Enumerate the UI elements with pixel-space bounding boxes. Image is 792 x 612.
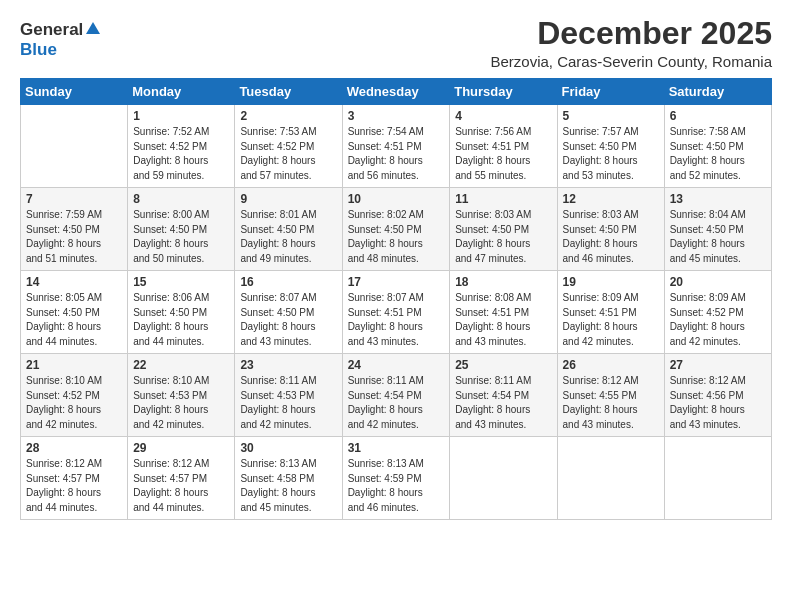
weekday-header: Monday	[128, 79, 235, 105]
day-number: 1	[133, 109, 229, 123]
day-number: 18	[455, 275, 551, 289]
main-title: December 2025	[490, 16, 772, 51]
day-detail: Sunrise: 8:12 AMSunset: 4:57 PMDaylight:…	[133, 457, 229, 515]
day-detail: Sunrise: 8:09 AMSunset: 4:52 PMDaylight:…	[670, 291, 766, 349]
calendar-header-row: SundayMondayTuesdayWednesdayThursdayFrid…	[21, 79, 772, 105]
day-detail: Sunrise: 8:03 AMSunset: 4:50 PMDaylight:…	[455, 208, 551, 266]
calendar-cell: 3Sunrise: 7:54 AMSunset: 4:51 PMDaylight…	[342, 105, 450, 188]
day-detail: Sunrise: 7:53 AMSunset: 4:52 PMDaylight:…	[240, 125, 336, 183]
day-number: 26	[563, 358, 659, 372]
calendar-cell: 10Sunrise: 8:02 AMSunset: 4:50 PMDayligh…	[342, 188, 450, 271]
calendar-cell: 20Sunrise: 8:09 AMSunset: 4:52 PMDayligh…	[664, 271, 771, 354]
calendar-week-row: 7Sunrise: 7:59 AMSunset: 4:50 PMDaylight…	[21, 188, 772, 271]
day-number: 8	[133, 192, 229, 206]
day-detail: Sunrise: 8:09 AMSunset: 4:51 PMDaylight:…	[563, 291, 659, 349]
svg-marker-0	[86, 22, 100, 34]
day-number: 22	[133, 358, 229, 372]
weekday-header: Thursday	[450, 79, 557, 105]
page: General Blue December 2025 Berzovia, Car…	[0, 0, 792, 612]
calendar-cell: 30Sunrise: 8:13 AMSunset: 4:58 PMDayligh…	[235, 437, 342, 520]
day-number: 17	[348, 275, 445, 289]
calendar-cell: 7Sunrise: 7:59 AMSunset: 4:50 PMDaylight…	[21, 188, 128, 271]
day-number: 3	[348, 109, 445, 123]
day-number: 6	[670, 109, 766, 123]
calendar-cell	[557, 437, 664, 520]
day-detail: Sunrise: 8:03 AMSunset: 4:50 PMDaylight:…	[563, 208, 659, 266]
day-number: 27	[670, 358, 766, 372]
logo-icon	[84, 20, 102, 38]
day-detail: Sunrise: 8:12 AMSunset: 4:57 PMDaylight:…	[26, 457, 122, 515]
calendar-cell: 1Sunrise: 7:52 AMSunset: 4:52 PMDaylight…	[128, 105, 235, 188]
weekday-header: Wednesday	[342, 79, 450, 105]
calendar-cell	[21, 105, 128, 188]
calendar-cell: 17Sunrise: 8:07 AMSunset: 4:51 PMDayligh…	[342, 271, 450, 354]
calendar-cell: 18Sunrise: 8:08 AMSunset: 4:51 PMDayligh…	[450, 271, 557, 354]
day-number: 24	[348, 358, 445, 372]
day-number: 10	[348, 192, 445, 206]
calendar-cell: 22Sunrise: 8:10 AMSunset: 4:53 PMDayligh…	[128, 354, 235, 437]
day-number: 29	[133, 441, 229, 455]
calendar-cell: 15Sunrise: 8:06 AMSunset: 4:50 PMDayligh…	[128, 271, 235, 354]
calendar-week-row: 21Sunrise: 8:10 AMSunset: 4:52 PMDayligh…	[21, 354, 772, 437]
day-number: 30	[240, 441, 336, 455]
day-number: 31	[348, 441, 445, 455]
day-number: 25	[455, 358, 551, 372]
day-number: 16	[240, 275, 336, 289]
day-number: 19	[563, 275, 659, 289]
day-detail: Sunrise: 7:59 AMSunset: 4:50 PMDaylight:…	[26, 208, 122, 266]
day-detail: Sunrise: 7:54 AMSunset: 4:51 PMDaylight:…	[348, 125, 445, 183]
day-detail: Sunrise: 8:02 AMSunset: 4:50 PMDaylight:…	[348, 208, 445, 266]
subtitle: Berzovia, Caras-Severin County, Romania	[490, 53, 772, 70]
day-detail: Sunrise: 8:07 AMSunset: 4:50 PMDaylight:…	[240, 291, 336, 349]
day-detail: Sunrise: 8:06 AMSunset: 4:50 PMDaylight:…	[133, 291, 229, 349]
day-number: 11	[455, 192, 551, 206]
day-number: 2	[240, 109, 336, 123]
day-detail: Sunrise: 8:00 AMSunset: 4:50 PMDaylight:…	[133, 208, 229, 266]
day-number: 5	[563, 109, 659, 123]
day-number: 21	[26, 358, 122, 372]
calendar-cell	[450, 437, 557, 520]
calendar-cell: 6Sunrise: 7:58 AMSunset: 4:50 PMDaylight…	[664, 105, 771, 188]
calendar-cell: 16Sunrise: 8:07 AMSunset: 4:50 PMDayligh…	[235, 271, 342, 354]
calendar-cell: 31Sunrise: 8:13 AMSunset: 4:59 PMDayligh…	[342, 437, 450, 520]
calendar-week-row: 1Sunrise: 7:52 AMSunset: 4:52 PMDaylight…	[21, 105, 772, 188]
day-detail: Sunrise: 7:57 AMSunset: 4:50 PMDaylight:…	[563, 125, 659, 183]
weekday-header: Tuesday	[235, 79, 342, 105]
day-detail: Sunrise: 7:52 AMSunset: 4:52 PMDaylight:…	[133, 125, 229, 183]
calendar-week-row: 28Sunrise: 8:12 AMSunset: 4:57 PMDayligh…	[21, 437, 772, 520]
day-number: 20	[670, 275, 766, 289]
title-area: December 2025 Berzovia, Caras-Severin Co…	[490, 16, 772, 70]
day-detail: Sunrise: 8:12 AMSunset: 4:55 PMDaylight:…	[563, 374, 659, 432]
calendar-cell: 19Sunrise: 8:09 AMSunset: 4:51 PMDayligh…	[557, 271, 664, 354]
day-number: 23	[240, 358, 336, 372]
calendar-cell: 8Sunrise: 8:00 AMSunset: 4:50 PMDaylight…	[128, 188, 235, 271]
logo-general-text: General	[20, 20, 83, 40]
calendar-cell: 26Sunrise: 8:12 AMSunset: 4:55 PMDayligh…	[557, 354, 664, 437]
calendar: SundayMondayTuesdayWednesdayThursdayFrid…	[20, 78, 772, 520]
logo: General Blue	[20, 20, 102, 60]
calendar-cell: 28Sunrise: 8:12 AMSunset: 4:57 PMDayligh…	[21, 437, 128, 520]
weekday-header: Friday	[557, 79, 664, 105]
day-number: 12	[563, 192, 659, 206]
calendar-cell: 25Sunrise: 8:11 AMSunset: 4:54 PMDayligh…	[450, 354, 557, 437]
day-detail: Sunrise: 8:13 AMSunset: 4:58 PMDaylight:…	[240, 457, 336, 515]
day-detail: Sunrise: 8:10 AMSunset: 4:52 PMDaylight:…	[26, 374, 122, 432]
day-number: 28	[26, 441, 122, 455]
header: General Blue December 2025 Berzovia, Car…	[20, 16, 772, 70]
day-number: 14	[26, 275, 122, 289]
day-detail: Sunrise: 7:58 AMSunset: 4:50 PMDaylight:…	[670, 125, 766, 183]
day-detail: Sunrise: 8:07 AMSunset: 4:51 PMDaylight:…	[348, 291, 445, 349]
day-number: 15	[133, 275, 229, 289]
day-number: 4	[455, 109, 551, 123]
calendar-cell	[664, 437, 771, 520]
weekday-header: Sunday	[21, 79, 128, 105]
day-detail: Sunrise: 8:01 AMSunset: 4:50 PMDaylight:…	[240, 208, 336, 266]
day-detail: Sunrise: 8:11 AMSunset: 4:54 PMDaylight:…	[455, 374, 551, 432]
calendar-cell: 2Sunrise: 7:53 AMSunset: 4:52 PMDaylight…	[235, 105, 342, 188]
calendar-cell: 14Sunrise: 8:05 AMSunset: 4:50 PMDayligh…	[21, 271, 128, 354]
day-detail: Sunrise: 8:11 AMSunset: 4:54 PMDaylight:…	[348, 374, 445, 432]
calendar-cell: 29Sunrise: 8:12 AMSunset: 4:57 PMDayligh…	[128, 437, 235, 520]
calendar-cell: 23Sunrise: 8:11 AMSunset: 4:53 PMDayligh…	[235, 354, 342, 437]
calendar-cell: 12Sunrise: 8:03 AMSunset: 4:50 PMDayligh…	[557, 188, 664, 271]
day-number: 9	[240, 192, 336, 206]
